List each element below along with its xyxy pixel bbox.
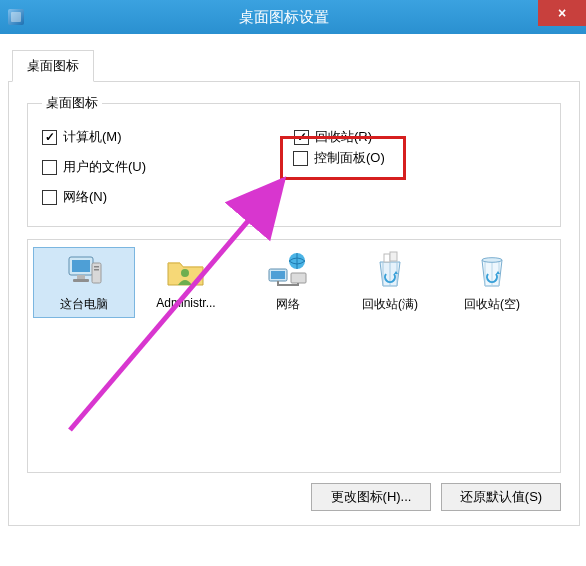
tabpanel: 桌面图标 计算机(M) 回收站(R) 用户的文件(U): [8, 82, 580, 526]
button-label: 更改图标(H)...: [331, 488, 412, 506]
checkbox-box[interactable]: [42, 190, 57, 205]
icon-network[interactable]: 网络: [238, 248, 338, 317]
computer-icon: [34, 248, 134, 294]
icon-recycle-full[interactable]: 回收站(满): [340, 248, 440, 317]
svg-rect-3: [73, 279, 89, 282]
button-row: 更改图标(H)... 还原默认值(S): [21, 483, 561, 511]
checkbox-box-control-panel[interactable]: [293, 151, 308, 166]
restore-defaults-button[interactable]: 还原默认值(S): [441, 483, 561, 511]
svg-rect-12: [384, 254, 390, 262]
icon-label: 回收站(空): [442, 294, 542, 317]
tab-label: 桌面图标: [27, 58, 79, 73]
highlight-control-panel: 控制面板(O): [280, 136, 406, 180]
titlebar: 桌面图标设置 ×: [0, 0, 586, 34]
recycle-empty-icon: [442, 248, 542, 294]
svg-rect-9: [271, 271, 285, 279]
button-label: 还原默认值(S): [460, 488, 542, 506]
icon-recycle-empty[interactable]: 回收站(空): [442, 248, 542, 317]
checkbox-label: 控制面板(O): [314, 149, 385, 167]
icon-administrator[interactable]: Administr...: [136, 248, 236, 317]
folder-user-icon: [136, 248, 236, 294]
checkbox-userfiles[interactable]: 用户的文件(U): [42, 152, 294, 182]
svg-rect-2: [77, 275, 85, 279]
tabstrip: 桌面图标: [8, 50, 580, 82]
checkbox-label: 计算机(M): [63, 128, 122, 146]
close-icon: ×: [558, 5, 566, 21]
icon-preview-area: 这台电脑 Administr...: [27, 239, 561, 473]
icon-label: 网络: [238, 294, 338, 317]
close-button[interactable]: ×: [538, 0, 586, 26]
svg-rect-5: [94, 266, 99, 268]
checkbox-box[interactable]: [42, 160, 57, 175]
checkbox-label: 网络(N): [63, 188, 107, 206]
app-icon: [8, 9, 24, 25]
svg-rect-1: [72, 260, 90, 272]
svg-rect-13: [390, 252, 397, 261]
network-icon: [238, 248, 338, 294]
recycle-full-icon: [340, 248, 440, 294]
icon-label: 回收站(满): [340, 294, 440, 317]
icon-this-pc[interactable]: 这台电脑: [34, 248, 134, 317]
svg-rect-6: [94, 269, 99, 271]
dialog-content: 桌面图标 桌面图标 计算机(M) 回收站(R) 用户的文件(U): [0, 34, 586, 528]
checkbox-network[interactable]: 网络(N): [42, 182, 294, 212]
svg-point-7: [181, 269, 189, 277]
icon-label: 这台电脑: [34, 294, 134, 317]
checkbox-computer[interactable]: 计算机(M): [42, 122, 294, 152]
checkbox-box[interactable]: [42, 130, 57, 145]
icon-label: Administr...: [136, 294, 236, 314]
checkbox-label: 用户的文件(U): [63, 158, 146, 176]
change-icon-button[interactable]: 更改图标(H)...: [311, 483, 431, 511]
group-desktop-icons: 桌面图标 计算机(M) 回收站(R) 用户的文件(U): [27, 94, 561, 227]
window-title: 桌面图标设置: [32, 8, 586, 27]
svg-rect-10: [291, 273, 306, 283]
group-legend: 桌面图标: [42, 94, 102, 112]
svg-point-14: [482, 258, 502, 263]
tab-desktop-icons[interactable]: 桌面图标: [12, 50, 94, 82]
